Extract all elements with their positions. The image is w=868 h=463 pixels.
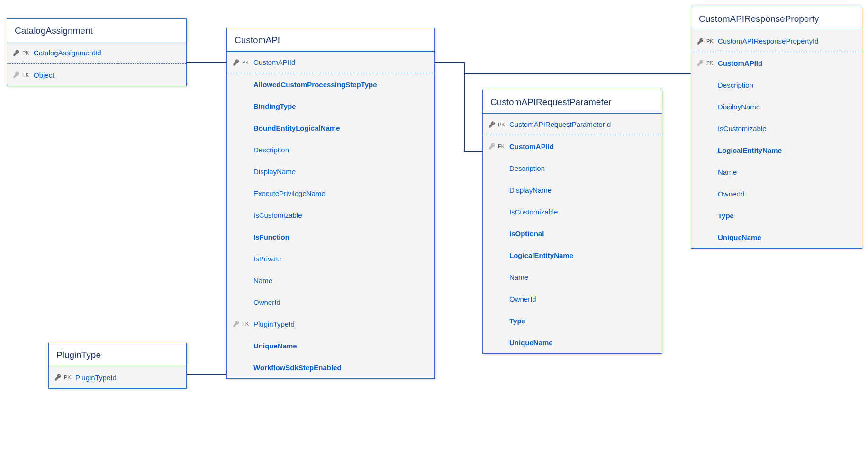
field-row: BoundEntityLogicalName — [227, 117, 434, 139]
entity-title: CustomAPIRequestParameter — [483, 90, 662, 114]
field-name: Description — [718, 81, 753, 89]
key-icon — [13, 71, 20, 79]
field-name: AllowedCustomProcessingStepType — [253, 80, 377, 89]
pk-label: PK — [498, 122, 505, 127]
fk-field: Object — [34, 71, 54, 79]
field-name: DisplayName — [718, 103, 760, 111]
key-icon — [488, 142, 496, 150]
pk-row: PK PluginTypeId — [49, 366, 186, 388]
fk-row: FKPluginTypeId — [227, 313, 434, 335]
entity-title: CustomAPIResponseProperty — [691, 7, 862, 30]
field-name: ExecutePrivilegeName — [253, 189, 326, 197]
field-row: ExecutePrivilegeName — [227, 182, 434, 204]
pk-field: CatalogAssignmentId — [34, 49, 101, 57]
field-name: Name — [718, 168, 737, 176]
field-row: Description — [227, 139, 434, 160]
fk-row: FK CustomAPIId — [483, 135, 662, 157]
field-name: UniqueName — [253, 342, 297, 350]
field-row: Name — [483, 266, 662, 288]
field-name: UniqueName — [509, 338, 553, 347]
field-row: LogicalEntityName — [691, 139, 862, 161]
entity-title: CatalogAssignment — [7, 19, 186, 42]
field-row: IsFunction — [227, 226, 434, 248]
field-name: LogicalEntityName — [509, 251, 573, 259]
fk-label: FK — [498, 143, 505, 149]
field-row: Description — [483, 157, 662, 179]
field-name: OwnerId — [718, 190, 745, 198]
field-name: IsCustomizable — [718, 125, 767, 133]
field-row: AllowedCustomProcessingStepType — [227, 73, 434, 95]
pk-field: CustomAPIId — [253, 58, 295, 66]
field-name: OwnerId — [509, 295, 536, 303]
field-row: BindingType — [227, 95, 434, 117]
key-icon — [697, 37, 705, 45]
field-row: LogicalEntityName — [483, 244, 662, 266]
key-icon — [233, 59, 240, 66]
pk-row: PK CustomAPIId — [227, 52, 434, 73]
entity-response-property: CustomAPIResponseProperty PK CustomAPIRe… — [691, 7, 862, 249]
field-row: IsPrivate — [227, 248, 434, 269]
field-name: DisplayName — [509, 186, 552, 194]
field-name: BindingType — [253, 102, 296, 110]
field-name: Description — [509, 164, 545, 172]
field-name: LogicalEntityName — [718, 146, 782, 154]
field-row: Type — [691, 205, 862, 226]
field-name: OwnerId — [253, 298, 280, 306]
key-icon — [488, 121, 496, 128]
key-icon — [697, 59, 705, 67]
field-name: UniqueName — [718, 233, 761, 241]
field-row: OwnerId — [227, 291, 434, 313]
pk-label: PK — [64, 374, 71, 380]
key-icon — [13, 49, 20, 57]
field-name: IsPrivate — [253, 255, 281, 263]
fk-field: CustomAPIId — [718, 59, 762, 67]
field-row: IsCustomizable — [691, 117, 862, 139]
field-name: Description — [253, 146, 289, 154]
field-row: UniqueName — [691, 226, 862, 248]
pk-row: PK CatalogAssignmentId — [7, 42, 186, 64]
field-name: IsCustomizable — [253, 211, 302, 219]
field-row: UniqueName — [227, 335, 434, 356]
key-icon — [54, 374, 62, 381]
field-name: Name — [509, 273, 528, 281]
field-name: IsCustomizable — [509, 208, 558, 216]
field-row: Description — [691, 74, 862, 96]
fk-field: CustomAPIId — [509, 142, 554, 151]
field-row: OwnerId — [691, 183, 862, 205]
field-row: IsOptional — [483, 223, 662, 244]
er-diagram-canvas: CatalogAssignment PK CatalogAssignmentId… — [0, 0, 868, 463]
field-row: IsCustomizable — [483, 201, 662, 223]
field-name: IsFunction — [253, 233, 289, 241]
field-row: WorkflowSdkStepEnabled — [227, 356, 434, 378]
fk-row: FK Object — [7, 64, 186, 86]
entity-custom-api: CustomAPI PK CustomAPIId AllowedCustomPr… — [226, 28, 435, 379]
entity-title: CustomAPI — [227, 28, 434, 52]
fk-label: FK — [242, 321, 249, 327]
pk-row: PK CustomAPIRequestParameterId — [483, 114, 662, 135]
entity-plugin-type: PluginType PK PluginTypeId — [48, 343, 187, 389]
field-name: Name — [253, 276, 272, 285]
entity-catalog-assignment: CatalogAssignment PK CatalogAssignmentId… — [7, 18, 187, 86]
entity-request-parameter: CustomAPIRequestParameter PK CustomAPIRe… — [482, 90, 662, 354]
fk-row: FK CustomAPIId — [691, 52, 862, 74]
pk-field: PluginTypeId — [75, 374, 117, 382]
fk-field: PluginTypeId — [253, 320, 295, 328]
pk-label: PK — [22, 50, 29, 56]
field-name: BoundEntityLogicalName — [253, 124, 340, 132]
pk-field: CustomAPIRequestParameterId — [509, 120, 611, 128]
field-row: UniqueName — [483, 331, 662, 353]
pk-label: PK — [242, 60, 249, 65]
field-name: Type — [718, 212, 734, 220]
field-name: DisplayName — [253, 168, 296, 176]
key-icon — [233, 320, 240, 328]
fk-label: FK — [706, 60, 713, 66]
pk-row: PK CustomAPIResponsePropertyId — [691, 30, 862, 52]
field-name: WorkflowSdkStepEnabled — [253, 364, 342, 372]
field-row: DisplayName — [227, 160, 434, 182]
field-row: IsCustomizable — [227, 204, 434, 226]
field-row: OwnerId — [483, 288, 662, 310]
field-row: DisplayName — [691, 96, 862, 117]
field-row: Type — [483, 310, 662, 331]
field-name: IsOptional — [509, 230, 544, 238]
field-row: DisplayName — [483, 179, 662, 201]
